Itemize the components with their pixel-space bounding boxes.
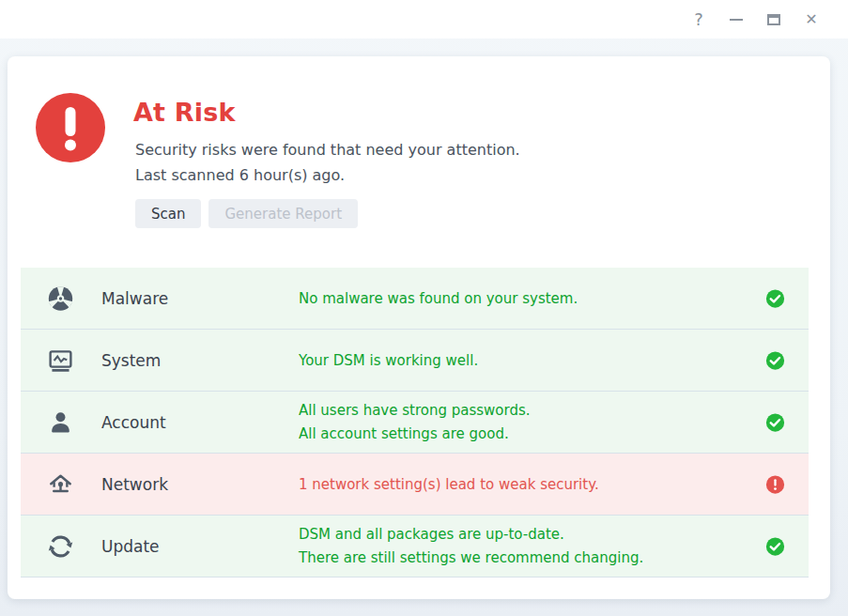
minimize-glyph — [730, 19, 743, 21]
maximize-glyph — [767, 14, 780, 25]
header-buttons: Scan Generate Report — [135, 199, 358, 228]
maximize-icon[interactable] — [755, 7, 793, 33]
status-ok-icon — [765, 288, 785, 308]
check-label: Malware — [101, 289, 168, 308]
check-label: Network — [101, 475, 168, 494]
security-advisor-panel: At Risk Security risks were found that n… — [8, 56, 830, 599]
check-message-line: No malware was found on your system. — [299, 286, 578, 310]
check-row-update[interactable]: Update DSM and all packages are up-to-da… — [21, 516, 809, 578]
update-icon — [47, 532, 74, 560]
check-message: No malware was found on your system. — [299, 286, 578, 310]
check-message: DSM and all packages are up-to-date. The… — [299, 523, 643, 570]
check-label: Account — [101, 413, 166, 432]
check-message-line: All account settings are good. — [299, 423, 531, 446]
window-titlebar: ? ✕ — [0, 0, 848, 38]
check-row-account[interactable]: Account All users have strong passwords.… — [21, 392, 809, 454]
last-scanned-text: Last scanned 6 hour(s) ago. — [135, 162, 520, 188]
account-icon — [47, 408, 74, 436]
security-checks-list: Malware No malware was found on your sys… — [21, 268, 809, 578]
status-ok-icon — [765, 536, 785, 556]
check-row-malware[interactable]: Malware No malware was found on your sys… — [21, 268, 809, 330]
check-message: All users have strong passwords. All acc… — [299, 399, 531, 446]
system-icon — [47, 346, 74, 374]
malware-icon — [47, 285, 74, 312]
check-row-network[interactable]: Network 1 network setting(s) lead to wea… — [21, 454, 809, 516]
check-message: Your DSM is working well. — [299, 348, 478, 372]
network-icon — [47, 470, 74, 498]
status-ok-icon — [765, 412, 785, 432]
check-label: Update — [101, 537, 160, 556]
close-icon[interactable]: ✕ — [793, 7, 830, 33]
check-message-line: 1 network setting(s) lead to weak securi… — [299, 472, 599, 496]
check-message-line: There are still settings we recommend ch… — [299, 547, 643, 570]
status-risk-icon — [765, 474, 785, 494]
check-message-line: DSM and all packages are up-to-date. — [299, 523, 643, 547]
check-message-line: Your DSM is working well. — [299, 348, 478, 372]
status-ok-icon — [765, 350, 785, 370]
check-label: System — [101, 351, 161, 370]
close-glyph: ✕ — [805, 10, 817, 28]
at-risk-alert-icon — [35, 92, 106, 163]
generate-report-button[interactable]: Generate Report — [208, 199, 358, 228]
check-message: 1 network setting(s) lead to weak securi… — [299, 472, 599, 496]
status-description-line: Security risks were found that need your… — [135, 137, 520, 162]
help-icon[interactable]: ? — [680, 7, 717, 33]
check-row-system[interactable]: System Your DSM is working well. — [21, 330, 809, 392]
status-description: Security risks were found that need your… — [135, 137, 520, 188]
scan-button[interactable]: Scan — [135, 199, 201, 228]
page-title: At Risk — [133, 98, 236, 127]
check-message-line: All users have strong passwords. — [299, 399, 531, 423]
minimize-icon[interactable] — [717, 7, 755, 33]
help-glyph: ? — [694, 9, 703, 29]
